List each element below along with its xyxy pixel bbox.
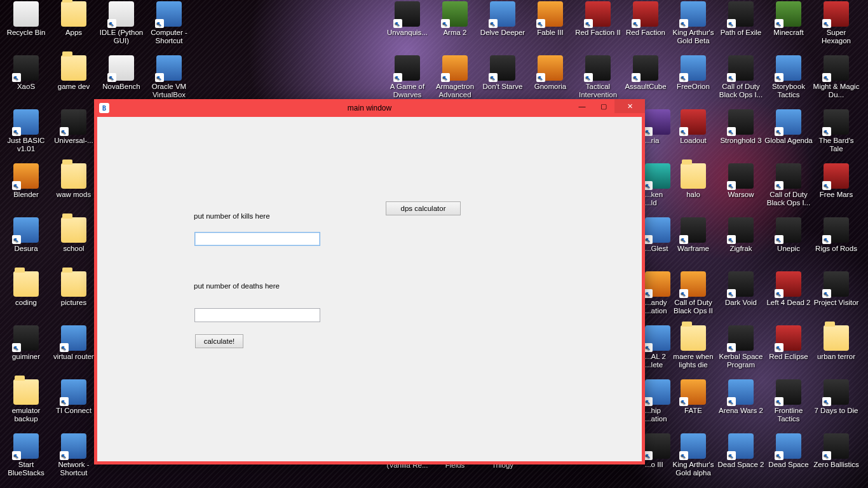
desktop-icon[interactable]: King Arthur's Gold Beta [668,1,718,45]
dps-calculator-button[interactable]: dps calculator [386,201,461,215]
desktop-icon[interactable]: Project Visitor [811,271,861,307]
desktop-icon[interactable]: Oracle VM VirtualBox [144,55,194,99]
desktop-icon[interactable]: Warframe [668,217,718,253]
calculate-button[interactable]: calculate! [195,334,243,348]
desktop-icon[interactable]: Apps [49,1,98,37]
desktop-icon[interactable]: Just BASIC v1.01 [1,109,51,153]
deaths-input[interactable] [194,308,320,322]
desktop-icon[interactable]: Recycle Bin [1,1,51,37]
desktop-icon[interactable]: ...andy ...ation [645,271,670,315]
app-icon-glyph [61,1,86,27]
desktop-icon[interactable]: ...ria [645,109,670,145]
desktop-icon[interactable]: halo [668,163,718,199]
desktop-icon[interactable]: Blender [1,163,51,199]
desktop-icon[interactable]: Zero Ballistics [811,433,861,469]
desktop-icon[interactable]: A Game of Dwarves [383,55,432,99]
desktop-icon-label: Red Faction II [573,29,623,37]
desktop-icon[interactable]: FATE [668,379,718,415]
desktop-icon[interactable]: IDLE (Python GUI) [97,1,146,45]
desktop-icon[interactable]: Unepic [764,217,813,253]
desktop-icon[interactable]: emulator backup [1,379,51,423]
desktop-icon[interactable]: Dead Space 2 [716,433,766,469]
desktop-icon[interactable]: FreeOrion [668,55,718,91]
desktop-icon[interactable]: 7 Days to Die [811,379,861,415]
minimize-button[interactable]: — [571,99,593,113]
desktop-icon[interactable]: Armagetron Advanced [430,55,480,99]
desktop-icon[interactable]: Dead Space [764,433,813,469]
desktop-icon[interactable]: urban terror [811,325,861,361]
desktop-icon-label: ...AL 2 ...lete [645,353,670,369]
desktop-icon[interactable]: Might & Magic Du... [811,55,861,99]
app-icon-glyph [61,379,86,405]
desktop-icon[interactable]: Start BlueStacks [1,433,51,477]
desktop-icon[interactable]: Left 4 Dead 2 [764,271,813,307]
desktop-icon[interactable]: Red Eclipse [764,325,813,361]
desktop-icon[interactable]: coding [1,271,51,307]
desktop-icon[interactable]: guiminer [1,325,51,361]
desktop-icon[interactable]: King Arthur's Gold alpha [668,433,718,477]
desktop-icon[interactable]: ...ken ...ld [645,163,670,207]
shortcut-overlay-icon [12,127,21,136]
desktop-icon[interactable]: Tactical Intervention [573,55,623,99]
desktop-icon[interactable]: Zigfrak [716,217,766,253]
shortcut-overlay-icon [775,19,783,28]
desktop-icon[interactable]: ...AL 2 ...lete [645,325,670,369]
shortcut-overlay-icon [644,343,653,352]
desktop-icon[interactable]: Rigs of Rods [811,217,861,253]
desktop-icon[interactable]: Don't Starve [478,55,527,91]
desktop-icon[interactable]: AssaultCube [621,55,670,91]
desktop-icon[interactable]: The Bard's Tale [811,109,861,153]
close-button[interactable]: ✕ [614,99,645,113]
desktop-icon[interactable]: Dark Void [716,271,766,307]
app-icon-glyph [645,325,670,351]
desktop-icon[interactable]: Red Faction [621,1,670,37]
desktop-icon[interactable]: maere when lights die [668,325,718,369]
maximize-button[interactable]: ▢ [593,99,614,113]
desktop-icon[interactable]: Stronghold 3 [716,109,766,145]
desktop-icon[interactable]: virtual router [49,325,98,361]
desktop-icon[interactable]: Red Faction II [573,1,623,37]
desktop-icon[interactable]: Storybook Tactics [764,55,813,99]
desktop-icon[interactable]: Delve Deeper [478,1,527,37]
desktop-icon[interactable]: Kerbal Space Program [716,325,766,369]
desktop-icon[interactable]: Frontline Tactics [764,379,813,423]
desktop-icon[interactable]: Arma 2 [430,1,480,37]
desktop-icon[interactable]: Gnomoria [526,55,575,91]
titlebar[interactable]: B main window — ▢ ✕ [94,99,645,117]
desktop-icon[interactable]: Desura [1,217,51,253]
desktop-icon-label: Might & Magic Du... [811,83,861,99]
desktop-icon[interactable]: Warsow [716,163,766,199]
desktop-icon[interactable]: Arena Wars 2 [716,379,766,415]
desktop-icon[interactable]: Loadout [668,109,718,145]
desktop-icon[interactable]: Call of Duty Black Ops II [668,271,718,315]
desktop-icon[interactable]: waw mods [49,163,98,199]
desktop-icon[interactable]: Free Mars [811,163,861,199]
desktop-icon[interactable]: pictures [49,271,98,307]
desktop-icon[interactable]: Minecraft [764,1,813,37]
desktop-icon[interactable]: NovaBench [97,55,146,91]
desktop-icon-label: Dead Space [764,461,813,469]
shortcut-overlay-icon [12,235,21,244]
desktop-icon[interactable]: Path of Exile [716,1,766,37]
desktop-icon[interactable]: TI Connect [49,379,98,415]
desktop-icon[interactable]: Call of Duty Black Ops I... [764,163,813,207]
shortcut-overlay-icon [727,73,736,82]
desktop-icon-label: guiminer [1,353,51,361]
desktop-icon[interactable]: Global Agenda [764,109,813,145]
desktop-icon-label: Super Hexagon [811,29,861,45]
app-icon-glyph [13,433,39,459]
desktop-icon[interactable]: XaoS [1,55,51,91]
desktop-icon[interactable]: Unvanquis... [383,1,432,37]
kills-input[interactable] [194,232,320,246]
desktop-icon[interactable]: school [49,217,98,253]
desktop-icon[interactable]: ...o III [645,433,670,469]
desktop-icon[interactable]: Network - Shortcut [49,433,98,477]
desktop-icon[interactable]: Computer - Shortcut [144,1,194,45]
desktop-icon[interactable]: game dev [49,55,98,91]
desktop-icon[interactable]: ...hip ...ation [645,379,670,423]
desktop-icon[interactable]: Super Hexagon [811,1,861,45]
desktop-icon[interactable]: ...Glest [645,217,670,253]
desktop-icon[interactable]: Call of Duty Black Ops I... [716,55,766,99]
desktop-icon[interactable]: Fable III [526,1,575,37]
desktop-icon[interactable]: Universal-... [49,109,98,145]
